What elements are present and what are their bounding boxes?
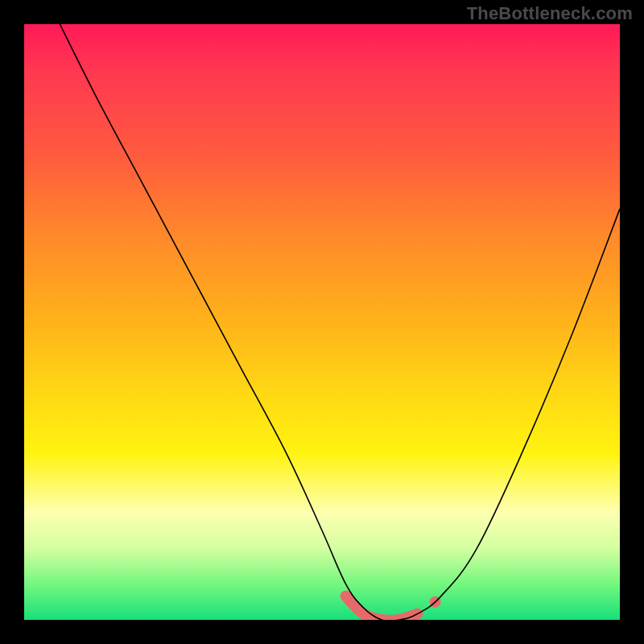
plot-area xyxy=(24,24,620,620)
chart-frame: TheBottleneck.com xyxy=(0,0,644,644)
watermark-text: TheBottleneck.com xyxy=(467,3,633,24)
curve-layer xyxy=(24,24,620,620)
bottleneck-curve xyxy=(60,24,620,620)
